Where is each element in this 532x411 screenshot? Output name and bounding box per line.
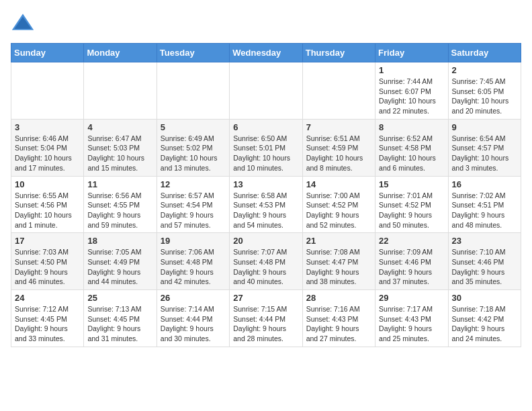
day-header: Saturday [448,44,521,62]
calendar-week-row: 10Sunrise: 6:55 AMSunset: 4:56 PMDayligh… [11,176,521,233]
calendar-cell: 17Sunrise: 7:03 AMSunset: 4:50 PMDayligh… [11,233,84,290]
logo-icon [11,11,35,35]
day-info: Sunrise: 6:54 AMSunset: 4:57 PMDaylight:… [452,134,517,173]
calendar-cell: 18Sunrise: 7:05 AMSunset: 4:49 PMDayligh… [84,233,157,290]
calendar-cell: 2Sunrise: 7:45 AMSunset: 6:05 PMDaylight… [448,62,521,120]
calendar-cell: 27Sunrise: 7:15 AMSunset: 4:44 PMDayligh… [230,290,302,347]
calendar-cell: 8Sunrise: 6:52 AMSunset: 4:58 PMDaylight… [375,119,448,176]
calendar-cell: 1Sunrise: 7:44 AMSunset: 6:07 PMDaylight… [375,62,448,120]
calendar-table: SundayMondayTuesdayWednesdayThursdayFrid… [11,43,521,347]
calendar-cell [230,62,302,120]
day-info: Sunrise: 7:06 AMSunset: 4:48 PMDaylight:… [161,247,226,287]
calendar-cell [84,62,157,120]
calendar-cell [157,62,229,120]
day-number: 30 [452,293,517,303]
day-number: 24 [15,293,80,303]
day-info: Sunrise: 7:15 AMSunset: 4:44 PMDaylight:… [233,304,298,344]
calendar-week-row: 17Sunrise: 7:03 AMSunset: 4:50 PMDayligh… [11,233,521,290]
calendar-cell: 28Sunrise: 7:16 AMSunset: 4:43 PMDayligh… [302,290,375,347]
day-number: 11 [87,179,152,189]
day-number: 12 [161,179,226,189]
calendar-cell: 4Sunrise: 6:47 AMSunset: 5:03 PMDaylight… [84,119,157,176]
day-info: Sunrise: 6:50 AMSunset: 5:01 PMDaylight:… [233,134,298,173]
day-info: Sunrise: 7:14 AMSunset: 4:44 PMDaylight:… [161,304,226,344]
calendar-cell: 24Sunrise: 7:12 AMSunset: 4:45 PMDayligh… [11,290,84,347]
calendar-cell: 29Sunrise: 7:17 AMSunset: 4:43 PMDayligh… [375,290,448,347]
day-info: Sunrise: 7:13 AMSunset: 4:45 PMDaylight:… [87,304,152,344]
day-number: 6 [233,122,298,132]
calendar-cell: 13Sunrise: 6:58 AMSunset: 4:53 PMDayligh… [230,176,302,233]
calendar-cell: 30Sunrise: 7:18 AMSunset: 4:42 PMDayligh… [448,290,521,347]
day-number: 23 [452,236,517,246]
day-info: Sunrise: 7:18 AMSunset: 4:42 PMDaylight:… [452,304,517,344]
day-number: 26 [161,293,226,303]
day-number: 3 [15,122,80,132]
calendar-cell: 23Sunrise: 7:10 AMSunset: 4:46 PMDayligh… [448,233,521,290]
day-number: 16 [452,179,517,189]
calendar-cell: 15Sunrise: 7:01 AMSunset: 4:52 PMDayligh… [375,176,448,233]
day-info: Sunrise: 6:49 AMSunset: 5:02 PMDaylight:… [161,134,226,173]
calendar-cell: 14Sunrise: 7:00 AMSunset: 4:52 PMDayligh… [302,176,375,233]
logo [11,11,38,35]
day-number: 25 [87,293,152,303]
calendar-cell: 9Sunrise: 6:54 AMSunset: 4:57 PMDaylight… [448,119,521,176]
day-info: Sunrise: 7:08 AMSunset: 4:47 PMDaylight:… [306,247,371,287]
day-number: 13 [233,179,298,189]
day-info: Sunrise: 7:00 AMSunset: 4:52 PMDaylight:… [306,191,371,230]
day-header: Sunday [11,44,84,62]
day-info: Sunrise: 7:01 AMSunset: 4:52 PMDaylight:… [379,191,444,230]
day-info: Sunrise: 6:57 AMSunset: 4:54 PMDaylight:… [161,191,226,230]
calendar-header-row: SundayMondayTuesdayWednesdayThursdayFrid… [11,44,521,62]
day-number: 15 [379,179,444,189]
day-number: 21 [306,236,371,246]
day-info: Sunrise: 6:46 AMSunset: 5:04 PMDaylight:… [15,134,80,173]
day-info: Sunrise: 7:45 AMSunset: 6:05 PMDaylight:… [452,77,517,116]
page-header [11,11,521,35]
day-number: 22 [379,236,444,246]
day-header: Friday [375,44,448,62]
day-number: 14 [306,179,371,189]
day-info: Sunrise: 7:10 AMSunset: 4:46 PMDaylight:… [452,247,517,287]
calendar-week-row: 24Sunrise: 7:12 AMSunset: 4:45 PMDayligh… [11,290,521,347]
calendar-cell: 7Sunrise: 6:51 AMSunset: 4:59 PMDaylight… [302,119,375,176]
day-header: Wednesday [230,44,302,62]
calendar-cell: 16Sunrise: 7:02 AMSunset: 4:51 PMDayligh… [448,176,521,233]
day-number: 2 [452,65,517,75]
calendar-cell: 20Sunrise: 7:07 AMSunset: 4:48 PMDayligh… [230,233,302,290]
calendar-cell: 12Sunrise: 6:57 AMSunset: 4:54 PMDayligh… [157,176,229,233]
day-number: 8 [379,122,444,132]
calendar-cell [11,62,84,120]
day-info: Sunrise: 6:58 AMSunset: 4:53 PMDaylight:… [233,191,298,230]
day-info: Sunrise: 6:47 AMSunset: 5:03 PMDaylight:… [87,134,152,173]
day-header: Thursday [302,44,375,62]
day-info: Sunrise: 7:03 AMSunset: 4:50 PMDaylight:… [15,247,80,287]
calendar-week-row: 3Sunrise: 6:46 AMSunset: 5:04 PMDaylight… [11,119,521,176]
calendar-week-row: 1Sunrise: 7:44 AMSunset: 6:07 PMDaylight… [11,62,521,120]
day-info: Sunrise: 7:07 AMSunset: 4:48 PMDaylight:… [233,247,298,287]
day-number: 5 [161,122,226,132]
day-info: Sunrise: 6:52 AMSunset: 4:58 PMDaylight:… [379,134,444,173]
day-info: Sunrise: 7:44 AMSunset: 6:07 PMDaylight:… [379,77,444,116]
day-number: 7 [306,122,371,132]
day-header: Monday [84,44,157,62]
calendar-cell: 25Sunrise: 7:13 AMSunset: 4:45 PMDayligh… [84,290,157,347]
day-number: 1 [379,65,444,75]
day-number: 20 [233,236,298,246]
day-info: Sunrise: 7:16 AMSunset: 4:43 PMDaylight:… [306,304,371,344]
calendar-cell: 26Sunrise: 7:14 AMSunset: 4:44 PMDayligh… [157,290,229,347]
day-number: 27 [233,293,298,303]
day-number: 19 [161,236,226,246]
calendar-cell: 10Sunrise: 6:55 AMSunset: 4:56 PMDayligh… [11,176,84,233]
day-info: Sunrise: 7:17 AMSunset: 4:43 PMDaylight:… [379,304,444,344]
calendar-cell: 22Sunrise: 7:09 AMSunset: 4:46 PMDayligh… [375,233,448,290]
day-number: 17 [15,236,80,246]
day-info: Sunrise: 6:51 AMSunset: 4:59 PMDaylight:… [306,134,371,173]
day-info: Sunrise: 6:56 AMSunset: 4:55 PMDaylight:… [87,191,152,230]
calendar-cell: 11Sunrise: 6:56 AMSunset: 4:55 PMDayligh… [84,176,157,233]
day-number: 9 [452,122,517,132]
calendar-cell: 19Sunrise: 7:06 AMSunset: 4:48 PMDayligh… [157,233,229,290]
calendar-cell: 5Sunrise: 6:49 AMSunset: 5:02 PMDaylight… [157,119,229,176]
calendar-cell [302,62,375,120]
day-number: 29 [379,293,444,303]
calendar-cell: 6Sunrise: 6:50 AMSunset: 5:01 PMDaylight… [230,119,302,176]
